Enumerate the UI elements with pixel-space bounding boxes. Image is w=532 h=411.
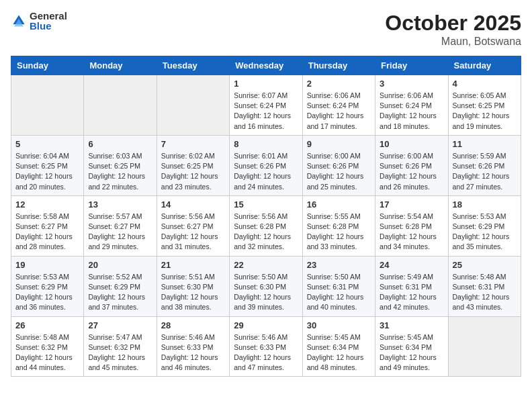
day-info: Sunrise: 5:50 AM Sunset: 6:30 PM Dayligh…: [234, 272, 298, 313]
calendar-week-row: 12Sunrise: 5:58 AM Sunset: 6:27 PM Dayli…: [11, 195, 521, 256]
calendar-day-cell: [448, 316, 521, 377]
day-number: 5: [15, 139, 79, 149]
day-number: 14: [161, 199, 225, 210]
calendar-day-cell: 8Sunrise: 6:01 AM Sunset: 6:26 PM Daylig…: [230, 135, 302, 195]
calendar-day-cell: 22Sunrise: 5:50 AM Sunset: 6:30 PM Dayli…: [230, 256, 302, 316]
calendar-day-cell: 7Sunrise: 6:02 AM Sunset: 6:25 PM Daylig…: [157, 135, 229, 195]
day-info: Sunrise: 5:58 AM Sunset: 6:27 PM Dayligh…: [15, 212, 79, 253]
calendar-week-row: 1Sunrise: 6:07 AM Sunset: 6:24 PM Daylig…: [11, 75, 521, 136]
calendar-day-cell: 11Sunrise: 5:59 AM Sunset: 6:26 PM Dayli…: [448, 135, 521, 195]
day-number: 15: [234, 199, 298, 210]
day-info: Sunrise: 5:49 AM Sunset: 6:31 PM Dayligh…: [380, 272, 443, 313]
day-number: 31: [380, 320, 443, 330]
calendar-day-cell: 2Sunrise: 6:06 AM Sunset: 6:24 PM Daylig…: [302, 75, 375, 136]
day-info: Sunrise: 6:03 AM Sunset: 6:25 PM Dayligh…: [88, 151, 152, 192]
day-info: Sunrise: 5:57 AM Sunset: 6:27 PM Dayligh…: [88, 212, 152, 253]
day-info: Sunrise: 5:48 AM Sunset: 6:32 PM Dayligh…: [15, 332, 79, 373]
day-info: Sunrise: 5:56 AM Sunset: 6:27 PM Dayligh…: [161, 212, 225, 253]
calendar-day-cell: [157, 75, 229, 136]
day-info: Sunrise: 5:45 AM Sunset: 6:34 PM Dayligh…: [307, 332, 371, 373]
day-number: 27: [88, 320, 152, 330]
day-number: 29: [234, 320, 298, 330]
calendar-day-cell: [11, 75, 84, 136]
logo-general-label: General: [30, 11, 67, 21]
calendar-day-cell: 28Sunrise: 5:46 AM Sunset: 6:33 PM Dayli…: [157, 316, 229, 377]
weekday-header: Tuesday: [157, 56, 229, 75]
calendar-table: SundayMondayTuesdayWednesdayThursdayFrid…: [11, 56, 521, 377]
calendar-week-row: 26Sunrise: 5:48 AM Sunset: 6:32 PM Dayli…: [11, 316, 521, 377]
day-info: Sunrise: 6:06 AM Sunset: 6:24 PM Dayligh…: [380, 91, 443, 132]
day-number: 2: [307, 79, 371, 89]
day-info: Sunrise: 5:47 AM Sunset: 6:32 PM Dayligh…: [88, 332, 152, 373]
day-number: 3: [380, 79, 443, 89]
calendar-day-cell: 19Sunrise: 5:53 AM Sunset: 6:29 PM Dayli…: [11, 256, 84, 316]
day-number: 23: [307, 260, 371, 270]
calendar-header-row: SundayMondayTuesdayWednesdayThursdayFrid…: [11, 56, 521, 75]
day-number: 22: [234, 260, 298, 270]
calendar-day-cell: 27Sunrise: 5:47 AM Sunset: 6:32 PM Dayli…: [84, 316, 157, 377]
day-number: 12: [15, 199, 79, 210]
calendar-day-cell: 25Sunrise: 5:48 AM Sunset: 6:31 PM Dayli…: [448, 256, 521, 316]
day-number: 11: [453, 139, 517, 149]
day-info: Sunrise: 6:00 AM Sunset: 6:26 PM Dayligh…: [307, 151, 371, 192]
calendar-day-cell: 21Sunrise: 5:51 AM Sunset: 6:30 PM Dayli…: [157, 256, 229, 316]
day-number: 10: [380, 139, 443, 149]
calendar-day-cell: 12Sunrise: 5:58 AM Sunset: 6:27 PM Dayli…: [11, 195, 84, 256]
calendar-day-cell: 31Sunrise: 5:45 AM Sunset: 6:34 PM Dayli…: [375, 316, 448, 377]
calendar-day-cell: 29Sunrise: 5:46 AM Sunset: 6:33 PM Dayli…: [230, 316, 302, 377]
day-info: Sunrise: 5:53 AM Sunset: 6:29 PM Dayligh…: [15, 272, 79, 313]
day-info: Sunrise: 5:51 AM Sunset: 6:30 PM Dayligh…: [161, 272, 225, 313]
weekday-header: Monday: [84, 56, 157, 75]
day-number: 7: [161, 139, 225, 149]
day-info: Sunrise: 6:01 AM Sunset: 6:26 PM Dayligh…: [234, 151, 298, 192]
title-block: October 2025 Maun, Botswana: [385, 11, 521, 48]
day-info: Sunrise: 5:52 AM Sunset: 6:29 PM Dayligh…: [88, 272, 152, 313]
day-number: 18: [453, 199, 517, 210]
day-number: 6: [88, 139, 152, 149]
day-number: 19: [15, 260, 79, 270]
weekday-header: Thursday: [302, 56, 375, 75]
calendar-day-cell: 18Sunrise: 5:53 AM Sunset: 6:29 PM Dayli…: [448, 195, 521, 256]
day-info: Sunrise: 6:05 AM Sunset: 6:25 PM Dayligh…: [453, 91, 517, 132]
calendar-day-cell: 15Sunrise: 5:56 AM Sunset: 6:28 PM Dayli…: [230, 195, 302, 256]
calendar-day-cell: [84, 75, 157, 136]
calendar-day-cell: 23Sunrise: 5:50 AM Sunset: 6:31 PM Dayli…: [302, 256, 375, 316]
day-number: 28: [161, 320, 225, 330]
weekday-header: Wednesday: [230, 56, 302, 75]
day-info: Sunrise: 6:06 AM Sunset: 6:24 PM Dayligh…: [307, 91, 371, 132]
calendar-day-cell: 6Sunrise: 6:03 AM Sunset: 6:25 PM Daylig…: [84, 135, 157, 195]
day-number: 20: [88, 260, 152, 270]
day-info: Sunrise: 5:46 AM Sunset: 6:33 PM Dayligh…: [234, 332, 298, 373]
calendar-day-cell: 13Sunrise: 5:57 AM Sunset: 6:27 PM Dayli…: [84, 195, 157, 256]
calendar-week-row: 19Sunrise: 5:53 AM Sunset: 6:29 PM Dayli…: [11, 256, 521, 316]
day-info: Sunrise: 5:56 AM Sunset: 6:28 PM Dayligh…: [234, 212, 298, 253]
weekday-header: Sunday: [11, 56, 84, 75]
weekday-header: Friday: [375, 56, 448, 75]
day-info: Sunrise: 5:55 AM Sunset: 6:28 PM Dayligh…: [307, 212, 371, 253]
calendar-day-cell: 30Sunrise: 5:45 AM Sunset: 6:34 PM Dayli…: [302, 316, 375, 377]
day-info: Sunrise: 5:46 AM Sunset: 6:33 PM Dayligh…: [161, 332, 225, 373]
calendar-day-cell: 3Sunrise: 6:06 AM Sunset: 6:24 PM Daylig…: [375, 75, 448, 136]
day-info: Sunrise: 5:48 AM Sunset: 6:31 PM Dayligh…: [453, 272, 517, 313]
day-number: 16: [307, 199, 371, 210]
calendar-day-cell: 4Sunrise: 6:05 AM Sunset: 6:25 PM Daylig…: [448, 75, 521, 136]
calendar-day-cell: 9Sunrise: 6:00 AM Sunset: 6:26 PM Daylig…: [302, 135, 375, 195]
calendar-day-cell: 14Sunrise: 5:56 AM Sunset: 6:27 PM Dayli…: [157, 195, 229, 256]
logo-icon: [11, 13, 27, 29]
day-info: Sunrise: 5:54 AM Sunset: 6:28 PM Dayligh…: [380, 212, 443, 253]
calendar-day-cell: 20Sunrise: 5:52 AM Sunset: 6:29 PM Dayli…: [84, 256, 157, 316]
day-info: Sunrise: 5:50 AM Sunset: 6:31 PM Dayligh…: [307, 272, 371, 313]
logo: General Blue: [11, 11, 67, 31]
day-info: Sunrise: 6:02 AM Sunset: 6:25 PM Dayligh…: [161, 151, 225, 192]
page-header: General Blue October 2025 Maun, Botswana: [11, 11, 521, 48]
day-info: Sunrise: 5:53 AM Sunset: 6:29 PM Dayligh…: [453, 212, 517, 253]
calendar-day-cell: 1Sunrise: 6:07 AM Sunset: 6:24 PM Daylig…: [230, 75, 302, 136]
calendar-day-cell: 26Sunrise: 5:48 AM Sunset: 6:32 PM Dayli…: [11, 316, 84, 377]
day-number: 1: [234, 79, 298, 89]
day-info: Sunrise: 6:07 AM Sunset: 6:24 PM Dayligh…: [234, 91, 298, 132]
day-info: Sunrise: 6:04 AM Sunset: 6:25 PM Dayligh…: [15, 151, 79, 192]
day-number: 9: [307, 139, 371, 149]
day-number: 13: [88, 199, 152, 210]
logo-text: General Blue: [30, 11, 67, 31]
day-number: 4: [453, 79, 517, 89]
